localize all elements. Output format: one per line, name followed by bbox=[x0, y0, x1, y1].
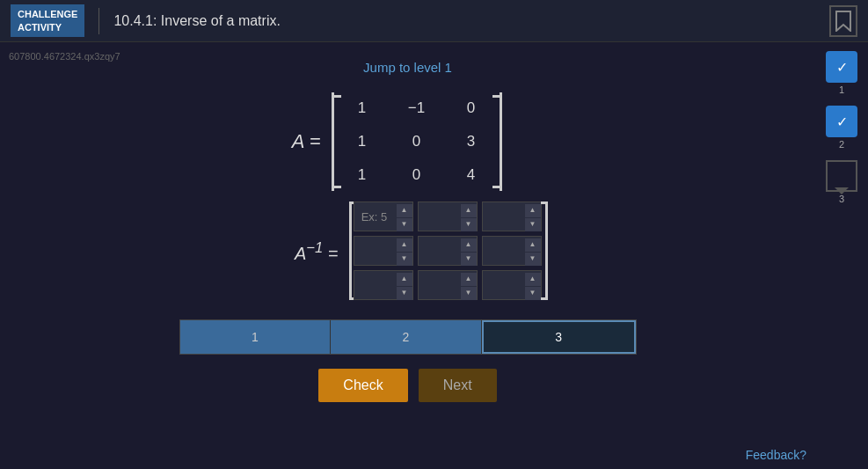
spinner-up-0-2[interactable]: ▲ bbox=[525, 204, 541, 217]
matrix-input-0-1[interactable]: ▲ ▼ bbox=[418, 202, 478, 231]
progress-label-1: 1 bbox=[252, 330, 259, 344]
progress-label-3: 3 bbox=[555, 330, 562, 344]
jump-level-link[interactable]: Jump to level 1 bbox=[363, 60, 452, 75]
input-field-2-0[interactable] bbox=[354, 271, 395, 299]
matrix-A-cell-2-1: 0 bbox=[390, 159, 443, 191]
checkmark-icon-2: ✓ bbox=[836, 114, 848, 130]
matrix-input-1-2[interactable]: ▲ ▼ bbox=[482, 236, 542, 266]
input-field-0-2[interactable] bbox=[483, 202, 523, 231]
spinner-down-2-0[interactable]: ▼ bbox=[397, 287, 412, 300]
spinner-up-1-1[interactable]: ▲ bbox=[461, 238, 477, 252]
matrix-area: A = 1 −1 0 1 0 3 bbox=[268, 92, 548, 302]
challenge-label-line1: CHALLENGE bbox=[18, 9, 77, 19]
spinner-up-0-1[interactable]: ▲ bbox=[461, 204, 477, 217]
sidebar-level-2[interactable]: ✓ 2 bbox=[826, 106, 857, 150]
matrix-A-inv-row: A−1 = ▲ bbox=[268, 202, 548, 302]
spinner-up-1-2[interactable]: ▲ bbox=[525, 238, 541, 252]
matrix-A-label: A = bbox=[268, 130, 321, 153]
progress-bar: 1 2 3 bbox=[179, 319, 637, 355]
spinner-up-2-2[interactable]: ▲ bbox=[525, 273, 541, 286]
challenge-label-line2: ACTIVITY bbox=[18, 22, 62, 33]
input-field-1-0[interactable] bbox=[354, 237, 395, 265]
matrix-A-cell-1-1: 0 bbox=[390, 126, 443, 158]
check-button[interactable]: Check bbox=[318, 369, 407, 402]
spinner-up-0-0[interactable]: ▲ bbox=[397, 204, 412, 217]
matrix-input-0-0[interactable]: ▲ ▼ bbox=[354, 202, 413, 231]
spinner-0-1: ▲ ▼ bbox=[461, 202, 477, 232]
sidebar-level-1[interactable]: ✓ 1 bbox=[826, 51, 857, 95]
matrix-A-cell-0-1: −1 bbox=[390, 92, 443, 124]
progress-label-2: 2 bbox=[403, 330, 410, 344]
input-field-1-1[interactable] bbox=[419, 237, 459, 265]
bookmark-button[interactable] bbox=[829, 5, 857, 37]
sidebar-level-3[interactable]: 3 bbox=[826, 160, 857, 204]
matrix-A-inv-bracket: ▲ ▼ ▲ ▼ bbox=[349, 202, 548, 302]
challenge-label: CHALLENGE ACTIVITY bbox=[11, 4, 84, 37]
spinner-2-2: ▲ ▼ bbox=[525, 271, 541, 301]
matrix-input-2-1[interactable]: ▲ ▼ bbox=[418, 270, 478, 300]
matrix-A-cell-1-2: 3 bbox=[445, 126, 498, 158]
matrix-A-row: A = 1 −1 0 1 0 3 bbox=[268, 92, 502, 191]
matrix-A-inv-wrapper: ▲ ▼ ▲ ▼ bbox=[349, 202, 548, 302]
spinner-0-0: ▲ ▼ bbox=[397, 202, 412, 232]
spinner-1-2: ▲ ▼ bbox=[525, 237, 541, 267]
matrix-A-cell-0-0: 1 bbox=[336, 92, 389, 124]
level-num-2: 2 bbox=[839, 139, 844, 150]
buttons-row: Check Next bbox=[318, 369, 496, 402]
matrix-input-2-2[interactable]: ▲ ▼ bbox=[482, 270, 542, 300]
matrix-A-bracket: 1 −1 0 1 0 3 1 0 4 bbox=[332, 92, 502, 191]
feedback-link[interactable]: Feedback? bbox=[746, 448, 806, 462]
input-field-1-2[interactable] bbox=[483, 237, 523, 265]
spinner-down-1-2[interactable]: ▼ bbox=[525, 253, 541, 266]
spinner-up-2-0[interactable]: ▲ bbox=[397, 273, 412, 286]
spinner-down-0-2[interactable]: ▼ bbox=[525, 218, 541, 231]
spinner-down-1-1[interactable]: ▼ bbox=[461, 253, 477, 266]
matrix-input-2-0[interactable]: ▲ ▼ bbox=[354, 270, 413, 300]
matrix-A-wrapper: 1 −1 0 1 0 3 1 0 4 bbox=[332, 92, 502, 191]
level-num-3: 3 bbox=[839, 194, 844, 204]
level-badge-2[interactable]: ✓ bbox=[826, 106, 857, 137]
level-num-1: 1 bbox=[839, 84, 844, 95]
sidebar: ✓ 1 ✓ 2 3 bbox=[815, 42, 868, 211]
spinner-1-0: ▲ ▼ bbox=[397, 237, 412, 267]
spinner-2-1: ▲ ▼ bbox=[461, 271, 477, 301]
header: CHALLENGE ACTIVITY 10.4.1: Inverse of a … bbox=[0, 0, 868, 42]
progress-segment-1[interactable]: 1 bbox=[180, 320, 332, 354]
progress-segment-3[interactable]: 3 bbox=[482, 320, 636, 354]
svg-marker-0 bbox=[836, 11, 850, 31]
matrix-A-cell-2-0: 1 bbox=[336, 159, 389, 191]
spinner-down-2-1[interactable]: ▼ bbox=[461, 287, 477, 300]
matrix-input-1-0[interactable]: ▲ ▼ bbox=[354, 236, 413, 266]
spinner-down-1-0[interactable]: ▼ bbox=[397, 253, 412, 266]
spinner-down-0-1[interactable]: ▼ bbox=[461, 218, 477, 231]
input-field-0-0[interactable] bbox=[354, 202, 395, 231]
header-divider bbox=[98, 8, 99, 34]
header-title: 10.4.1: Inverse of a matrix. bbox=[113, 13, 815, 29]
matrix-input-0-2[interactable]: ▲ ▼ bbox=[482, 202, 542, 231]
spinner-1-1: ▲ ▼ bbox=[461, 237, 477, 267]
matrix-A-inv-label: A−1 = bbox=[268, 239, 339, 264]
input-field-2-2[interactable] bbox=[483, 271, 523, 299]
checkmark-icon-1: ✓ bbox=[836, 59, 848, 76]
main-content: Jump to level 1 A = 1 −1 bbox=[0, 42, 815, 469]
matrix-A-cell-2-2: 4 bbox=[445, 159, 498, 191]
input-field-2-1[interactable] bbox=[419, 271, 459, 299]
spinner-up-2-1[interactable]: ▲ bbox=[461, 273, 477, 286]
level-badge-3[interactable] bbox=[826, 160, 857, 192]
level-badge-1[interactable]: ✓ bbox=[826, 51, 857, 83]
bookmark-icon bbox=[835, 11, 851, 32]
input-field-0-1[interactable] bbox=[419, 202, 459, 231]
spinner-up-1-0[interactable]: ▲ bbox=[397, 238, 412, 252]
spinner-down-2-2[interactable]: ▼ bbox=[525, 287, 541, 300]
matrix-A-cells: 1 −1 0 1 0 3 1 0 4 bbox=[336, 92, 498, 191]
matrix-A-inv-cells: ▲ ▼ ▲ ▼ bbox=[354, 202, 543, 302]
next-button[interactable]: Next bbox=[419, 369, 497, 402]
matrix-A-cell-1-0: 1 bbox=[336, 126, 389, 158]
spinner-0-2: ▲ ▼ bbox=[525, 202, 541, 232]
spinner-2-0: ▲ ▼ bbox=[397, 271, 412, 301]
spinner-down-0-0[interactable]: ▼ bbox=[397, 218, 412, 231]
progress-segment-2[interactable]: 2 bbox=[331, 320, 482, 354]
matrix-A-cell-0-2: 0 bbox=[445, 92, 498, 124]
matrix-input-1-1[interactable]: ▲ ▼ bbox=[418, 236, 478, 266]
